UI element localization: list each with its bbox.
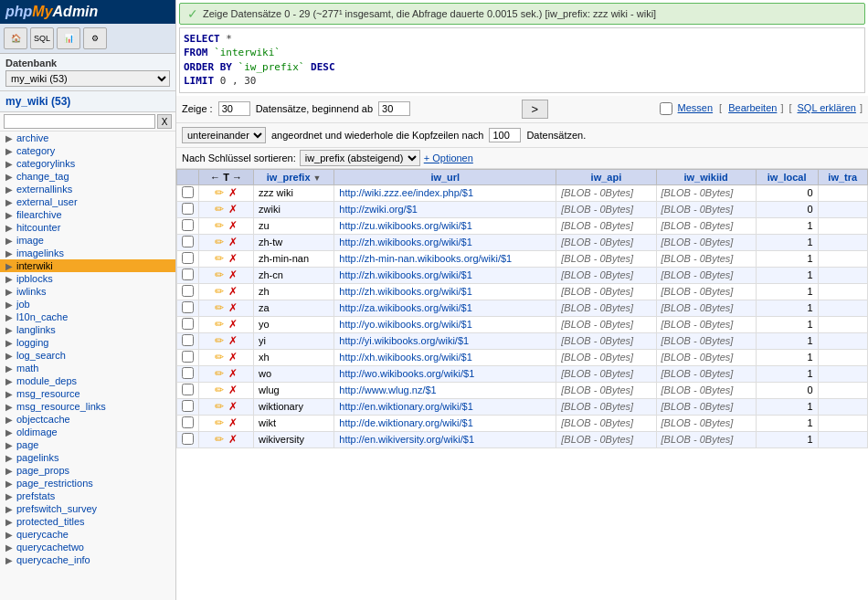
zeige-input[interactable] <box>218 101 250 116</box>
delete-icon[interactable]: ✗ <box>228 416 238 429</box>
edit-icon[interactable]: ✏ <box>215 367 224 380</box>
sidebar-table-item[interactable]: ▶hitcounter <box>0 221 175 234</box>
delete-icon[interactable]: ✗ <box>228 186 238 199</box>
sidebar-table-item[interactable]: ▶querycache <box>0 528 175 541</box>
col-iw-prefix-header[interactable]: iw_prefix ▼ <box>254 169 334 184</box>
sidebar-table-item[interactable]: ▶ipblocks <box>0 272 175 285</box>
col-iw-api-header[interactable]: iw_api <box>556 169 656 184</box>
sidebar-table-item[interactable]: ▶msg_resource_links <box>0 400 175 413</box>
sidebar-table-item[interactable]: ▶categorylinks <box>0 157 175 170</box>
sidebar-table-item[interactable]: ▶log_search <box>0 349 175 362</box>
row-checkbox[interactable] <box>182 400 194 412</box>
row-checkbox[interactable] <box>182 334 194 346</box>
sidebar-table-item[interactable]: ▶page <box>0 438 175 451</box>
edit-icon[interactable]: ✏ <box>215 285 224 298</box>
edit-icon[interactable]: ✏ <box>215 268 224 281</box>
row-checkbox[interactable] <box>182 416 194 428</box>
cell-iw-url[interactable]: http://yi.wikibooks.org/wiki/$1 <box>334 332 556 349</box>
edit-icon[interactable]: ✏ <box>215 236 224 248</box>
cell-iw-url[interactable]: http://zwiki.org/$1 <box>334 201 556 217</box>
sidebar-table-item[interactable]: ▶interwiki <box>0 259 175 272</box>
delete-icon[interactable]: ✗ <box>228 334 238 347</box>
sidebar-table-item[interactable]: ▶page_props <box>0 464 175 477</box>
sidebar-table-item[interactable]: ▶querycachetwo <box>0 541 175 553</box>
edit-icon[interactable]: ✏ <box>215 318 224 331</box>
edit-icon[interactable]: ✏ <box>215 416 224 429</box>
sidebar-table-item[interactable]: ▶oldimage <box>0 426 175 438</box>
row-checkbox[interactable] <box>182 252 194 264</box>
sidebar-table-item[interactable]: ▶prefstats <box>0 489 175 502</box>
edit-icon[interactable]: ✏ <box>215 252 224 265</box>
sidebar-table-item[interactable]: ▶category <box>0 144 175 157</box>
sidebar-table-item[interactable]: ▶protected_titles <box>0 515 175 528</box>
edit-icon[interactable]: ✏ <box>215 351 224 363</box>
sidebar-table-item[interactable]: ▶querycache_info <box>0 553 175 566</box>
col-iw-url-header[interactable]: iw_url <box>334 169 556 184</box>
delete-icon[interactable]: ✗ <box>228 203 238 216</box>
cell-iw-url[interactable]: http://www.wlug.nz/$1 <box>334 382 556 398</box>
cell-iw-url[interactable]: http://wo.wikibooks.org/wiki/$1 <box>334 365 556 382</box>
cell-iw-url[interactable]: http://wiki.zzz.ee/index.php/$1 <box>334 184 556 201</box>
cell-iw-url[interactable]: http://en.wikiversity.org/wiki/$1 <box>334 431 556 447</box>
sidebar-table-item[interactable]: ▶imagelinks <box>0 247 175 259</box>
sidebar-table-item[interactable]: ▶iwlinks <box>0 285 175 298</box>
row-checkbox[interactable] <box>182 268 194 280</box>
edit-icon[interactable]: ✏ <box>215 203 224 216</box>
cell-iw-url[interactable]: http://zh.wikibooks.org/wiki/$1 <box>334 283 556 300</box>
db-title[interactable]: my_wiki (53) <box>0 91 175 112</box>
cell-iw-url[interactable]: http://zu.wikibooks.org/wiki/$1 <box>334 217 556 234</box>
cell-iw-url[interactable]: http://xh.wikibooks.org/wiki/$1 <box>334 349 556 365</box>
delete-icon[interactable]: ✗ <box>228 236 238 248</box>
sidebar-table-item[interactable]: ▶external_user <box>0 195 175 208</box>
cell-iw-url[interactable]: http://yo.wikibooks.org/wiki/$1 <box>334 316 556 332</box>
table-search-input[interactable] <box>4 114 155 129</box>
cell-iw-url[interactable]: http://zh-min-nan.wikibooks.org/wiki/$1 <box>334 250 556 267</box>
edit-icon[interactable]: ✏ <box>215 384 224 396</box>
sidebar-table-item[interactable]: ▶job <box>0 298 175 311</box>
row-checkbox[interactable] <box>182 186 194 198</box>
row-checkbox[interactable] <box>182 384 194 395</box>
cell-iw-url[interactable]: http://zh.wikibooks.org/wiki/$1 <box>334 234 556 250</box>
bearbeiten-link[interactable]: Bearbeiten <box>728 102 777 115</box>
home-button[interactable]: 🏠 <box>4 27 27 49</box>
delete-icon[interactable]: ✗ <box>228 285 238 298</box>
sidebar-table-item[interactable]: ▶change_tag <box>0 170 175 183</box>
cell-iw-url[interactable]: http://en.wiktionary.org/wiki/$1 <box>334 398 556 415</box>
sql-erklaeren-link[interactable]: SQL erklären <box>798 102 856 115</box>
sidebar-table-item[interactable]: ▶filearchive <box>0 208 175 221</box>
sidebar-table-item[interactable]: ▶prefswitch_survey <box>0 502 175 515</box>
sidebar-table-item[interactable]: ▶page_restrictions <box>0 477 175 489</box>
messen-checkbox[interactable] <box>660 102 672 115</box>
messen-link[interactable]: Messen <box>678 102 714 115</box>
sidebar-table-item[interactable]: ▶logging <box>0 336 175 349</box>
sidebar-table-item[interactable]: ▶module_deps <box>0 374 175 387</box>
table-search-clear[interactable]: X <box>157 114 172 129</box>
edit-icon[interactable]: ✏ <box>215 186 224 199</box>
cell-iw-url[interactable]: http://za.wikibooks.org/wiki/$1 <box>334 300 556 316</box>
delete-icon[interactable]: ✗ <box>228 367 238 380</box>
row-checkbox[interactable] <box>182 203 194 215</box>
delete-icon[interactable]: ✗ <box>228 301 238 314</box>
sidebar-table-item[interactable]: ▶image <box>0 234 175 247</box>
row-checkbox[interactable] <box>182 351 194 363</box>
delete-icon[interactable]: ✗ <box>228 252 238 265</box>
status-button[interactable]: 📊 <box>57 27 80 49</box>
delete-icon[interactable]: ✗ <box>228 219 238 232</box>
row-checkbox[interactable] <box>182 433 194 445</box>
col-iw-local-header[interactable]: iw_local <box>756 169 818 184</box>
edit-icon[interactable]: ✏ <box>215 334 224 347</box>
delete-icon[interactable]: ✗ <box>228 268 238 281</box>
sidebar-table-item[interactable]: ▶msg_resource <box>0 387 175 400</box>
delete-icon[interactable]: ✗ <box>228 318 238 331</box>
row-checkbox[interactable] <box>182 219 194 231</box>
db-select[interactable]: my_wiki (53) <box>5 70 170 87</box>
kopfzeilen-input[interactable] <box>489 128 521 142</box>
ab-input[interactable] <box>378 101 410 116</box>
edit-icon[interactable]: ✏ <box>215 400 224 413</box>
delete-icon[interactable]: ✗ <box>228 400 238 413</box>
edit-icon[interactable]: ✏ <box>215 433 224 446</box>
delete-icon[interactable]: ✗ <box>228 384 238 396</box>
sidebar-table-item[interactable]: ▶l10n_cache <box>0 311 175 323</box>
optionen-link[interactable]: + Optionen <box>424 153 473 163</box>
cell-iw-url[interactable]: http://zh.wikibooks.org/wiki/$1 <box>334 267 556 283</box>
